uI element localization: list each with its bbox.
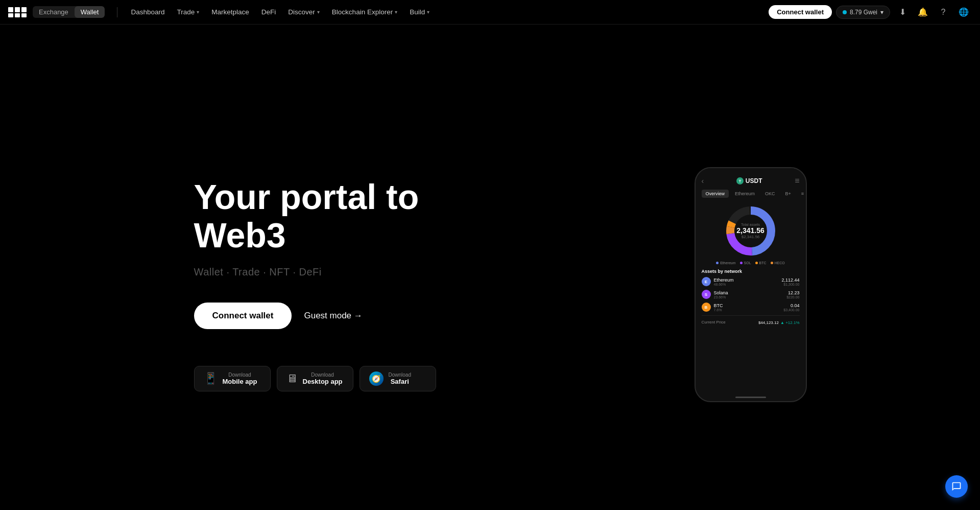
gwei-chevron-icon: ▾ [880, 9, 883, 16]
nav-dashboard[interactable]: Dashboard [126, 6, 170, 18]
hero-right: ‹ T USDT ≡ Overview Ethereum OKC B+ ≡ [695, 167, 807, 402]
guest-mode-button[interactable]: Guest mode → [304, 311, 362, 321]
phone-title-row: T USDT [736, 177, 762, 184]
logo[interactable] [8, 7, 27, 17]
nav-trade[interactable]: Trade ▾ [172, 6, 205, 18]
legend-ethereum: Ethereum [716, 261, 735, 265]
hero-left: Your portal to Web3 Wallet · Trade · NFT… [194, 178, 500, 392]
gwei-button[interactable]: 8.79 Gwei ▾ [836, 6, 890, 19]
network-ethereum: E Ethereum 48.66% 2,112.44 $1,300.00 [702, 277, 800, 286]
phone-content: ‹ T USDT ≡ Overview Ethereum OKC B+ ≡ [696, 172, 806, 401]
ethereum-right: 2,112.44 $1,300.00 [781, 277, 799, 286]
nav-links: Dashboard Trade ▾ Marketplace DeFi Disco… [126, 6, 764, 18]
donut-usd: $2,341.56 [736, 235, 764, 239]
download-safari-button[interactable]: 🧭 Download Safari [360, 366, 436, 391]
chat-icon [951, 481, 962, 492]
phone-coin-title: USDT [746, 177, 762, 184]
donut-value: 2,341.56 [736, 226, 764, 235]
network-btc-left: B BTC 7.6% [702, 303, 723, 312]
nav-divider [117, 7, 117, 17]
phone-back-button[interactable]: ‹ [702, 177, 704, 185]
notification-icon-button[interactable]: 🔔 [915, 4, 931, 20]
hero-container: Your portal to Web3 Wallet · Trade · NFT… [133, 25, 848, 510]
desktop-download-label: Download [303, 372, 343, 378]
phone-menu-icon[interactable]: ≡ [795, 176, 799, 186]
download-desktop-button[interactable]: 🖥 Download Desktop app [277, 366, 353, 391]
nav-right: Connect wallet 8.79 Gwei ▾ ⬇ 🔔 ? 🌐 [769, 4, 972, 20]
btc-right: 0.04 $3,400.00 [783, 303, 799, 312]
ethereum-value: 2,112.44 [781, 277, 799, 283]
mobile-download-label: Download [223, 372, 257, 378]
network-solana: S Solana 23.66% 12.23 $220.00 [702, 290, 800, 299]
phone-tab-more[interactable]: ≡ [797, 190, 806, 198]
desktop-app-text: Download Desktop app [303, 372, 343, 385]
price-change-value: ▲ +12.1% [780, 320, 800, 325]
network-btc: B BTC 7.6% 0.04 $3,400.00 [702, 303, 800, 312]
donut-center: Total assets 2,341.56 $2,341.56 [736, 223, 764, 239]
download-icon-button[interactable]: ⬇ [894, 4, 911, 20]
price-label: Current Price [702, 320, 726, 324]
donut-chart: Total assets 2,341.56 $2,341.56 [723, 203, 779, 259]
help-icon-button[interactable]: ? [935, 4, 951, 20]
chart-legend: Ethereum SOL BTC [716, 261, 785, 265]
solana-right: 12.23 $220.00 [786, 290, 799, 299]
mobile-app-text: Download Mobile app [223, 372, 257, 385]
mode-toggle: Exchange Wallet [33, 6, 105, 18]
phone-home-indicator [735, 397, 766, 398]
explorer-chevron-icon: ▾ [395, 9, 397, 15]
solana-name-block: Solana 23.66% [714, 290, 728, 299]
nav-build[interactable]: Build ▾ [404, 6, 435, 18]
phone-chart-area: Total assets 2,341.56 $2,341.56 Ethereum [702, 203, 800, 265]
btc-name: BTC [714, 303, 723, 308]
connect-wallet-hero-button[interactable]: Connect wallet [194, 303, 292, 329]
nav-discover[interactable]: Discover ▾ [283, 6, 325, 18]
phone-tab-ethereum[interactable]: Ethereum [731, 190, 759, 198]
svg-rect-4 [15, 13, 20, 17]
hero-title: Your portal to Web3 [194, 178, 500, 254]
desktop-icon: 🖥 [286, 372, 298, 385]
ethereum-name: Ethereum [714, 277, 734, 283]
solana-usd: $220.00 [786, 295, 799, 299]
safari-text: Download Safari [389, 372, 411, 385]
phone-tab-okc[interactable]: OKC [761, 190, 779, 198]
exchange-toggle[interactable]: Exchange [33, 6, 75, 18]
svg-rect-0 [8, 7, 13, 12]
ethereum-network-icon: E [702, 277, 711, 286]
globe-icon-button[interactable]: 🌐 [955, 4, 972, 20]
phone-mockup: ‹ T USDT ≡ Overview Ethereum OKC B+ ≡ [695, 167, 807, 402]
hero-buttons: Connect wallet Guest mode → [194, 303, 500, 329]
nav-blockchain-explorer[interactable]: Blockchain Explorer ▾ [327, 6, 402, 18]
btc-name-block: BTC 7.6% [714, 303, 723, 312]
connect-wallet-nav-button[interactable]: Connect wallet [769, 5, 832, 19]
build-chevron-icon: ▾ [427, 9, 429, 15]
btc-pct: 7.6% [714, 308, 723, 312]
download-mobile-button[interactable]: 📱 Download Mobile app [194, 366, 271, 391]
legend-heco: HECO [771, 261, 785, 265]
ethereum-pct: 48.66% [714, 283, 734, 286]
svg-rect-1 [15, 7, 20, 12]
network-ethereum-left: E Ethereum 48.66% [702, 277, 734, 286]
hero-downloads: 📱 Download Mobile app 🖥 Download Desktop… [194, 366, 500, 391]
phone-status-bar [696, 168, 806, 172]
solana-network-icon: S [702, 290, 711, 299]
legend-btc-label: BTC [759, 261, 767, 265]
legend-btc: BTC [755, 261, 767, 265]
hero-subtitle: Wallet · Trade · NFT · DeFi [194, 266, 500, 278]
gwei-status-dot [843, 10, 847, 14]
discover-chevron-icon: ▾ [317, 9, 320, 15]
safari-app-name: Safari [389, 378, 411, 385]
phone-tab-b[interactable]: B+ [781, 190, 795, 198]
current-price-value: $44,123.12 [758, 320, 779, 325]
nav-defi[interactable]: DeFi [256, 6, 281, 18]
svg-rect-2 [21, 7, 27, 12]
trade-chevron-icon: ▾ [197, 9, 199, 15]
mobile-icon: 📱 [204, 372, 218, 385]
phone-tabs: Overview Ethereum OKC B+ ≡ [702, 190, 800, 198]
nav-marketplace[interactable]: Marketplace [206, 6, 254, 18]
legend-sol: SOL [740, 261, 751, 265]
chat-button[interactable] [945, 475, 968, 498]
phone-tab-overview[interactable]: Overview [702, 190, 729, 198]
btc-usd: $3,400.00 [783, 308, 799, 312]
btc-value: 0.04 [783, 303, 799, 308]
wallet-toggle[interactable]: Wallet [75, 6, 105, 18]
